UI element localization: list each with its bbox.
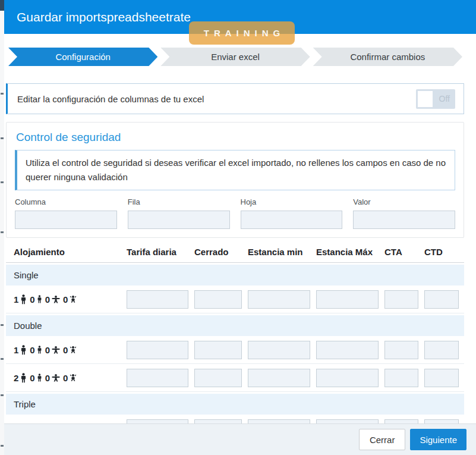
hoja-input[interactable] xyxy=(241,211,343,229)
junior-icon xyxy=(37,374,42,382)
table-row: 1 0 0 0 xyxy=(6,336,464,364)
cell-ctd xyxy=(424,369,464,387)
adults-count: 2 xyxy=(14,373,18,383)
estancia-min-input[interactable] xyxy=(248,369,310,387)
child-icon xyxy=(52,346,60,354)
tarifa-diaria-input[interactable] xyxy=(127,369,188,387)
cerrado-input[interactable] xyxy=(194,341,242,359)
adult-icon xyxy=(20,373,27,383)
room-group-label: Single xyxy=(14,270,39,280)
field-fila: Fila xyxy=(128,197,230,229)
step-enviar-excel[interactable]: Enviar excel xyxy=(160,48,310,66)
background-page-edge xyxy=(0,0,4,455)
background-artifact xyxy=(1,93,4,95)
rates-table: Alojamiento Tarifa diaria Cerrado Estanc… xyxy=(6,241,464,423)
step-confirmar-cambios[interactable]: Confirmar cambios xyxy=(313,48,462,66)
cta-input[interactable] xyxy=(384,419,418,424)
baby-icon xyxy=(70,296,77,303)
cell-cta xyxy=(384,290,424,309)
cell-cerrado xyxy=(194,341,248,359)
child-icon xyxy=(52,296,60,303)
fila-input[interactable] xyxy=(128,211,230,229)
rates-table-header: Alojamiento Tarifa diaria Cerrado Estanc… xyxy=(6,241,464,263)
cell-tarifa-diaria xyxy=(127,419,194,424)
import-spreadsheet-rate-modal: Guardar importspreadsheetrate TRAINING C… xyxy=(4,0,476,455)
cell-ctd xyxy=(424,419,464,424)
estancia-max-input[interactable] xyxy=(316,419,379,424)
security-info-box: Utiliza el control de seguridad si desea… xyxy=(15,150,455,190)
ctd-input[interactable] xyxy=(424,419,459,424)
cell-tarifa-diaria xyxy=(127,341,194,359)
edit-columns-toggle-row: Editar la configuración de columnas de t… xyxy=(6,83,464,114)
security-fields: Columna Fila Hoja Valor xyxy=(15,197,455,229)
ctd-input[interactable] xyxy=(424,369,459,387)
room-group-label: Double xyxy=(14,321,42,331)
ctd-input[interactable] xyxy=(424,290,459,309)
room-group-single: Single xyxy=(6,265,464,285)
background-artifact xyxy=(1,181,4,183)
background-artifact xyxy=(1,324,4,326)
cerrado-input[interactable] xyxy=(194,369,242,387)
step-label: Enviar excel xyxy=(211,52,260,62)
cell-estancia-max xyxy=(316,419,384,424)
security-info-text: Utiliza el control de seguridad si desea… xyxy=(26,158,446,182)
cell-estancia-min xyxy=(248,341,316,359)
step-configuracion[interactable]: Configuración xyxy=(8,48,157,66)
babies-count: 0 xyxy=(63,373,68,383)
room-group-double: Double xyxy=(6,315,464,336)
security-panel-title: Control de seguridad xyxy=(16,131,455,144)
children-count: 0 xyxy=(45,373,50,383)
background-artifact xyxy=(1,394,4,396)
cell-tarifa-diaria xyxy=(127,290,194,309)
adults-count: 1 xyxy=(14,294,18,305)
juniors-count: 0 xyxy=(30,294,34,305)
security-control-panel: Control de seguridad Utiliza el control … xyxy=(6,122,464,238)
step-label: Configuración xyxy=(55,52,111,62)
occupancy-cell: 1 0 0 0 xyxy=(6,294,127,305)
modal-body: Configuración Enviar excel Confirmar cam… xyxy=(4,34,476,423)
tarifa-diaria-input[interactable] xyxy=(127,290,188,309)
edit-columns-toggle[interactable]: Off xyxy=(416,89,455,109)
cerrado-input[interactable] xyxy=(194,290,242,309)
table-row: 1 0 0 0 xyxy=(6,285,464,313)
tarifa-diaria-input[interactable] xyxy=(127,419,188,424)
cell-estancia-min xyxy=(248,290,316,309)
col-header-estancia-min: Estancia min xyxy=(248,247,316,257)
baby-icon xyxy=(70,374,77,381)
cell-estancia-max xyxy=(316,290,384,309)
estancia-max-input[interactable] xyxy=(316,369,379,387)
wizard-stepper: Configuración Enviar excel Confirmar cam… xyxy=(8,48,462,66)
estancia-max-input[interactable] xyxy=(316,290,379,309)
ctd-input[interactable] xyxy=(424,341,459,359)
cell-cerrado xyxy=(194,290,248,309)
tarifa-diaria-input[interactable] xyxy=(127,341,188,359)
cell-estancia-min xyxy=(248,369,316,387)
children-count: 0 xyxy=(45,345,50,355)
estancia-min-input[interactable] xyxy=(248,341,310,359)
cell-cerrado xyxy=(194,369,248,387)
room-group-label: Triple xyxy=(14,399,36,409)
valor-input[interactable] xyxy=(353,211,455,229)
cta-input[interactable] xyxy=(384,369,418,387)
cerrar-button[interactable]: Cerrar xyxy=(359,429,406,450)
field-hoja: Hoja xyxy=(241,197,343,229)
col-header-cta: CTA xyxy=(384,247,424,257)
background-page-header-sliver xyxy=(0,0,4,11)
col-header-alojamiento: Alojamiento xyxy=(6,247,127,257)
estancia-min-input[interactable] xyxy=(248,290,310,309)
cell-estancia-min xyxy=(248,419,316,424)
cell-tarifa-diaria xyxy=(127,369,194,387)
columna-input[interactable] xyxy=(15,211,117,229)
cta-input[interactable] xyxy=(384,341,418,359)
background-artifact xyxy=(1,445,4,447)
estancia-max-input[interactable] xyxy=(316,341,379,359)
estancia-min-input[interactable] xyxy=(248,419,310,424)
table-row: 1 0 0 0 xyxy=(6,415,464,423)
background-artifact xyxy=(1,358,4,360)
junior-icon xyxy=(37,295,42,303)
cell-ctd xyxy=(424,290,464,309)
cta-input[interactable] xyxy=(384,290,418,309)
siguiente-button[interactable]: Siguiente xyxy=(410,429,466,450)
col-header-ctd: CTD xyxy=(424,247,464,257)
cerrado-input[interactable] xyxy=(194,419,242,424)
